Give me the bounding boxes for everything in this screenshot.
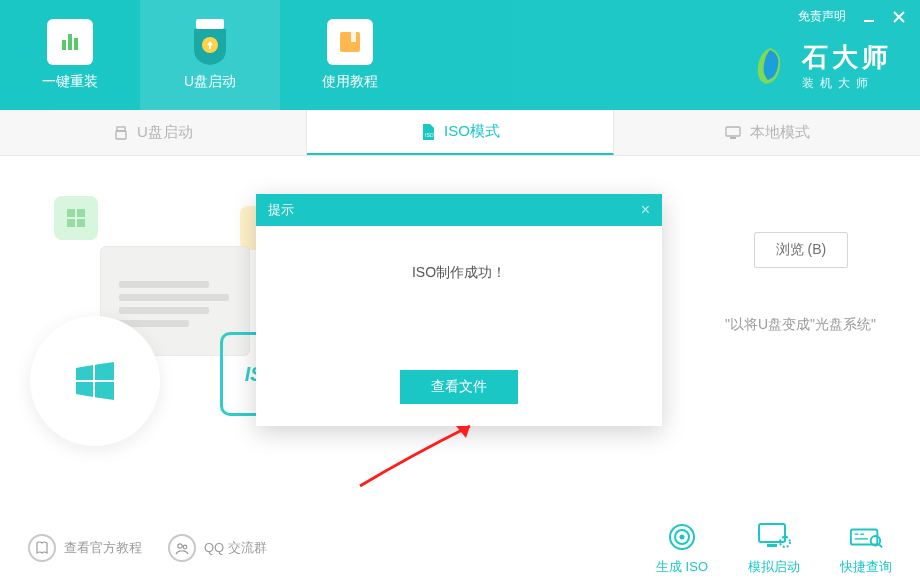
svg-rect-14	[77, 209, 85, 217]
svg-line-30	[879, 545, 882, 548]
keyboard-search-icon	[849, 520, 883, 554]
footer-links: 查看官方教程 QQ 交流群	[28, 534, 267, 562]
svg-point-18	[183, 545, 187, 549]
tab-label: ISO模式	[444, 122, 500, 141]
windows-icon	[72, 358, 118, 404]
tab-usb-boot[interactable]: U盘启动	[0, 110, 307, 155]
nav-usb-boot[interactable]: U盘启动	[140, 0, 280, 110]
usb-icon	[113, 125, 129, 141]
dialog: 提示 × ISO制作成功！ 查看文件	[256, 194, 662, 426]
svg-point-21	[679, 535, 684, 540]
view-file-button[interactable]: 查看文件	[400, 370, 518, 404]
annotation-arrow-icon	[350, 416, 500, 496]
svg-rect-3	[196, 19, 224, 29]
disclaimer-link[interactable]: 免责声明	[798, 8, 846, 25]
people-icon	[168, 534, 196, 562]
svg-rect-12	[730, 137, 736, 139]
main-content: ISO 浏览 (B) "以将U盘变成"光盘系统" 提示 × ISO制作成功！ 查…	[0, 156, 920, 516]
dialog-body: ISO制作成功！ 查看文件	[256, 226, 662, 426]
browse-button[interactable]: 浏览 (B)	[754, 232, 848, 268]
windows-badge	[30, 316, 160, 446]
footer: 查看官方教程 QQ 交流群 生成 ISO 模拟启动 快捷查询	[0, 516, 920, 580]
brand: 石大师 装机大师	[748, 40, 892, 92]
nav-label: 使用教程	[322, 73, 378, 91]
dialog-title-text: 提示	[268, 201, 294, 219]
svg-rect-5	[340, 32, 360, 52]
action-label: 生成 ISO	[656, 558, 708, 576]
tab-label: 本地模式	[750, 123, 810, 142]
svg-rect-15	[67, 219, 75, 227]
monitor-icon	[724, 125, 742, 141]
svg-rect-6	[351, 32, 356, 42]
generate-iso-button[interactable]: 生成 ISO	[656, 520, 708, 576]
file-icon: ISO	[420, 123, 436, 141]
disc-icon	[665, 520, 699, 554]
windows-tile-icon	[54, 196, 98, 240]
dialog-message: ISO制作成功！	[412, 264, 506, 282]
qq-group-link[interactable]: QQ 交流群	[168, 534, 267, 562]
hint-text: "以将U盘变成"光盘系统"	[725, 316, 876, 334]
svg-text:ISO: ISO	[425, 132, 434, 138]
action-label: 模拟启动	[748, 558, 800, 576]
svg-rect-22	[759, 524, 785, 542]
brand-name: 石大师	[802, 40, 892, 75]
tab-iso-mode[interactable]: ISO ISO模式	[307, 110, 614, 155]
svg-rect-0	[62, 40, 66, 50]
svg-rect-1	[68, 34, 72, 50]
monitor-play-icon	[757, 520, 791, 554]
svg-rect-9	[116, 131, 126, 139]
svg-rect-23	[767, 544, 777, 547]
svg-rect-2	[74, 38, 78, 50]
quick-search-button[interactable]: 快捷查询	[840, 520, 892, 576]
simulate-boot-button[interactable]: 模拟启动	[748, 520, 800, 576]
mode-tabs: U盘启动 ISO ISO模式 本地模式	[0, 110, 920, 156]
tab-label: U盘启动	[137, 123, 193, 142]
background-illustration: ISO	[30, 196, 290, 456]
svg-rect-16	[77, 219, 85, 227]
window-controls: 免责声明	[798, 8, 906, 25]
bar-chart-icon	[47, 19, 93, 65]
action-label: 快捷查询	[840, 558, 892, 576]
official-tutorial-link[interactable]: 查看官方教程	[28, 534, 142, 562]
nav-reinstall[interactable]: 一键重装	[0, 0, 140, 110]
book-icon	[28, 534, 56, 562]
dialog-close-button[interactable]: ×	[641, 201, 650, 219]
nav-label: 一键重装	[42, 73, 98, 91]
book-icon	[327, 19, 373, 65]
svg-rect-13	[67, 209, 75, 217]
tab-local-mode[interactable]: 本地模式	[614, 110, 920, 155]
usb-shield-icon	[187, 19, 233, 65]
svg-point-17	[178, 544, 182, 548]
close-button[interactable]	[892, 10, 906, 24]
brand-logo-icon	[748, 44, 792, 88]
nav-label: U盘启动	[184, 73, 236, 91]
footer-link-label: QQ 交流群	[204, 539, 267, 557]
footer-actions: 生成 ISO 模拟启动 快捷查询	[656, 520, 892, 576]
nav-tutorial[interactable]: 使用教程	[280, 0, 420, 110]
brand-subtitle: 装机大师	[802, 75, 892, 92]
minimize-button[interactable]	[862, 10, 876, 24]
svg-rect-7	[864, 20, 874, 22]
app-header: 一键重装 U盘启动 使用教程 免责声明 石大师 装机大师	[0, 0, 920, 110]
dialog-titlebar: 提示 ×	[256, 194, 662, 226]
footer-link-label: 查看官方教程	[64, 539, 142, 557]
svg-rect-11	[726, 127, 740, 136]
